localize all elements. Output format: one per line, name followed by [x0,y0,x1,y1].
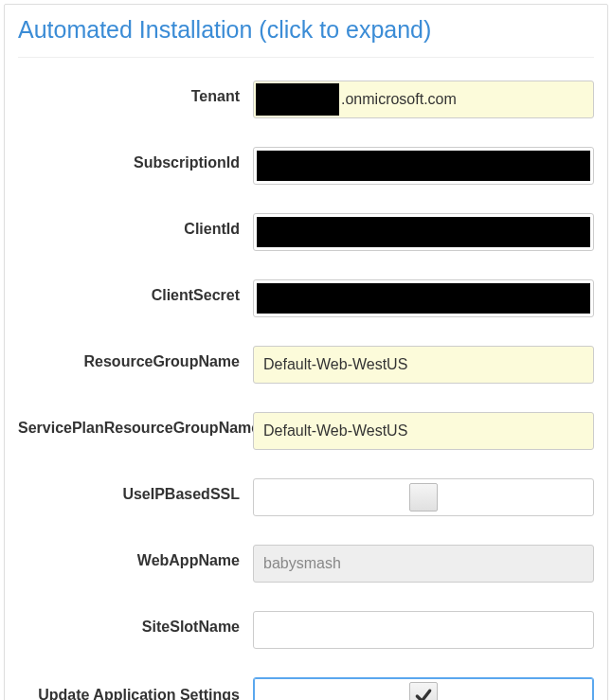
label-use-ip-based-ssl: UseIPBasedSSL [18,478,253,503]
client-id-input[interactable] [253,213,594,251]
label-tenant: Tenant [18,81,253,105]
label-web-app-name: WebAppName [18,545,253,569]
tenant-suffix: .onmicrosoft.com [341,91,457,108]
row-update-app-settings: Update Application Settings WARNING WEBS… [18,677,594,700]
use-ip-based-ssl-checkbox[interactable] [409,483,438,512]
update-app-settings-container [253,677,594,700]
subscription-id-input[interactable] [253,147,594,185]
label-subscription-id: SubscriptionId [18,147,253,171]
web-app-name-input [253,545,594,583]
divider [18,57,594,58]
resource-group-name-input[interactable] [253,346,594,384]
site-slot-name-input[interactable] [253,611,594,649]
label-resource-group-name: ResourceGroupName [18,346,253,370]
service-plan-rg-name-input[interactable] [253,412,594,450]
row-subscription-id: SubscriptionId [18,147,594,185]
row-service-plan-rg-name: ServicePlanResourceGroupName [18,412,594,450]
row-tenant: Tenant .onmicrosoft.com [18,81,594,118]
settings-form: Tenant .onmicrosoft.com SubscriptionId C… [18,81,594,700]
row-use-ip-based-ssl: UseIPBasedSSL [18,478,594,516]
label-client-id: ClientId [18,213,253,238]
row-client-id: ClientId [18,213,594,251]
label-service-plan-rg-name: ServicePlanResourceGroupName [18,412,253,437]
tenant-input[interactable]: .onmicrosoft.com [253,81,594,118]
panel-title[interactable]: Automated Installation (click to expand) [18,16,594,44]
row-site-slot-name: SiteSlotName [18,611,594,649]
row-web-app-name: WebAppName [18,545,594,583]
row-client-secret: ClientSecret [18,279,594,317]
use-ip-based-ssl-container [253,478,594,516]
label-site-slot-name: SiteSlotName [18,611,253,636]
label-update-app-settings: Update Application Settings [18,677,253,700]
automated-installation-panel: Automated Installation (click to expand)… [4,4,608,700]
tenant-redacted-value [256,83,339,116]
client-secret-input[interactable] [253,279,594,317]
check-icon [414,687,433,700]
label-client-secret: ClientSecret [18,279,253,304]
row-resource-group-name: ResourceGroupName [18,346,594,384]
update-app-settings-checkbox[interactable] [409,682,438,700]
